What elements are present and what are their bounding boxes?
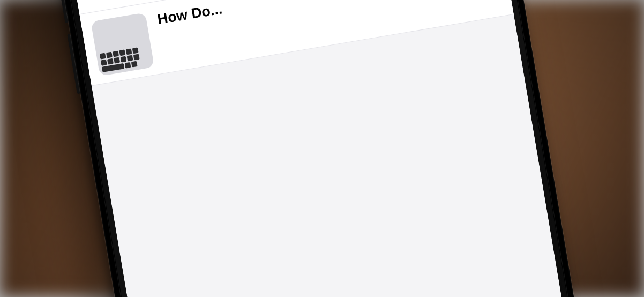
phone: 1:28 Reading List [30, 0, 614, 297]
safari-bookmarks-sheet: Reading List [50, 0, 601, 297]
article-title: How Do... [156, 0, 496, 28]
reading-list: How to Sync Wi-Fi Passwords between Chro… [65, 0, 514, 86]
article-thumbnail [91, 12, 154, 76]
phone-screen: 1:28 Reading List [44, 0, 600, 297]
list-item[interactable]: How Do... [79, 0, 514, 86]
